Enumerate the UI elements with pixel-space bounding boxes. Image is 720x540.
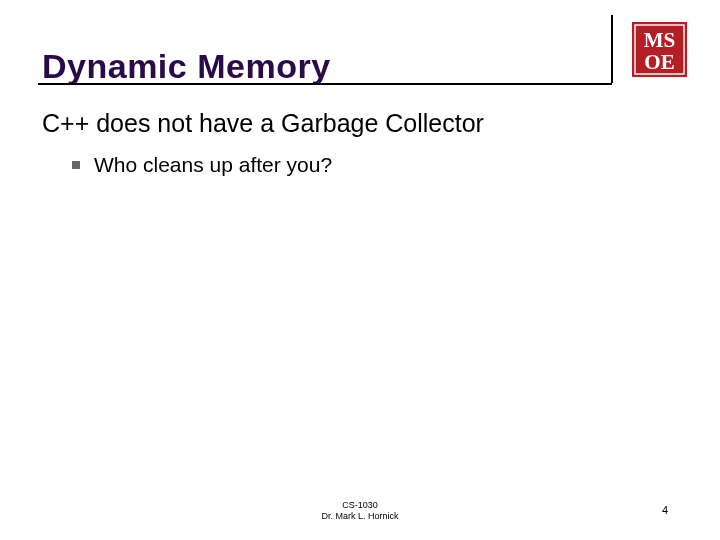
slide: Dynamic Memory MS OE C++ does not have a… bbox=[0, 0, 720, 540]
bullet-row: Who cleans up after you? bbox=[72, 153, 678, 177]
footer-center: CS-1030 Dr. Mark L. Hornick bbox=[0, 500, 720, 523]
msoe-logo: MS OE bbox=[632, 22, 687, 77]
body-heading: C++ does not have a Garbage Collector bbox=[42, 108, 678, 139]
bullet-text: Who cleans up after you? bbox=[94, 153, 332, 177]
square-bullet-icon bbox=[72, 161, 80, 169]
logo-bottom-text: OE bbox=[644, 50, 674, 74]
title-area: Dynamic Memory bbox=[42, 36, 678, 96]
slide-title: Dynamic Memory bbox=[42, 47, 331, 86]
page-number: 4 bbox=[662, 504, 668, 516]
title-underline bbox=[38, 83, 612, 85]
body-content: C++ does not have a Garbage Collector Wh… bbox=[42, 108, 678, 177]
logo-top-text: MS bbox=[644, 28, 676, 52]
title-vertical-divider bbox=[611, 15, 613, 83]
footer-author: Dr. Mark L. Hornick bbox=[0, 511, 720, 522]
footer-course: CS-1030 bbox=[0, 500, 720, 511]
